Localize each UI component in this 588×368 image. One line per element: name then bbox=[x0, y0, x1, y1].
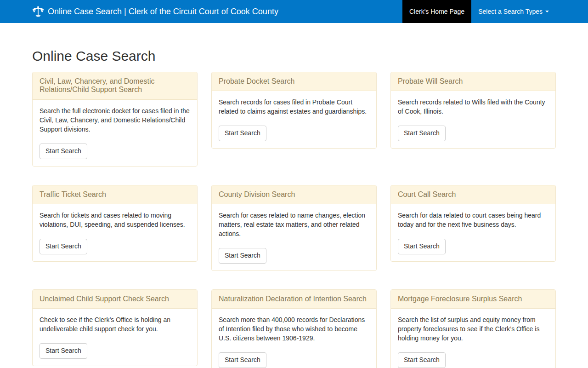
search-card: Probate Docket Search Search records for… bbox=[211, 72, 377, 149]
balance-scale-icon bbox=[32, 6, 44, 17]
card-description: Search for cases related to name changes… bbox=[219, 211, 369, 239]
search-card: County Division Search Search for cases … bbox=[211, 185, 377, 271]
search-card: Unclaimed Child Support Check Search Che… bbox=[32, 289, 198, 366]
card-title: Unclaimed Child Support Check Search bbox=[33, 290, 197, 309]
card-title: Naturalization Declaration of Intention … bbox=[212, 290, 376, 309]
start-search-button[interactable]: Start Search bbox=[398, 239, 446, 254]
card-body: Check to see if the Clerk’s Office is ho… bbox=[33, 309, 197, 366]
card-body: Search records related to Wills filed wi… bbox=[391, 91, 555, 148]
card-description: Search the full electronic docket for ca… bbox=[40, 107, 190, 134]
chevron-down-icon bbox=[545, 11, 549, 12]
search-card: Naturalization Declaration of Intention … bbox=[211, 289, 377, 368]
card-body: Search the list of surplus and equity mo… bbox=[391, 309, 555, 368]
card-description: Search the list of surplus and equity mo… bbox=[398, 316, 548, 343]
card-grid: Civil, Law, Chancery, and Domestic Relat… bbox=[32, 72, 556, 368]
card-body: Search for cases related to name changes… bbox=[212, 204, 376, 270]
start-search-button[interactable]: Start Search bbox=[219, 126, 266, 141]
nav-item-label: Clerk's Home Page bbox=[409, 8, 464, 15]
card-description: Search for tickets and cases related to … bbox=[40, 211, 190, 230]
card-title: County Division Search bbox=[212, 185, 376, 204]
search-card: Mortgage Foreclosure Surplus Search Sear… bbox=[390, 289, 556, 368]
start-search-button[interactable]: Start Search bbox=[219, 352, 266, 368]
card-description: Check to see if the Clerk’s Office is ho… bbox=[40, 316, 190, 334]
navbar-links: Clerk's Home Page Select a Search Types bbox=[402, 0, 556, 23]
card-description: Search records for cases filed in Probat… bbox=[219, 98, 369, 116]
card-title: Probate Docket Search bbox=[212, 72, 376, 91]
start-search-button[interactable]: Start Search bbox=[219, 248, 266, 264]
navbar-brand-label: Online Case Search | Clerk of the Circui… bbox=[48, 7, 278, 17]
card-description: Search records related to Wills filed wi… bbox=[398, 98, 548, 116]
navbar-brand[interactable]: Online Case Search | Clerk of the Circui… bbox=[32, 0, 278, 23]
nav-item-label: Select a Search Types bbox=[478, 8, 543, 15]
search-card: Probate Will Search Search records relat… bbox=[390, 72, 556, 149]
start-search-button[interactable]: Start Search bbox=[40, 239, 87, 254]
search-card: Court Call Search Search for data relate… bbox=[390, 185, 556, 262]
start-search-button[interactable]: Start Search bbox=[40, 343, 87, 359]
card-description: Search more than 400,000 records for Dec… bbox=[219, 316, 369, 343]
card-title: Civil, Law, Chancery, and Domestic Relat… bbox=[33, 72, 197, 100]
main-content: Online Case Search Civil, Law, Chancery,… bbox=[25, 48, 563, 368]
card-title: Probate Will Search bbox=[391, 72, 555, 91]
nav-item-select-search-types[interactable]: Select a Search Types bbox=[471, 0, 556, 23]
card-title: Mortgage Foreclosure Surplus Search bbox=[391, 290, 555, 309]
card-description: Search for data related to court cases b… bbox=[398, 211, 548, 230]
card-body: Search the full electronic docket for ca… bbox=[33, 100, 197, 166]
top-navbar: Online Case Search | Clerk of the Circui… bbox=[0, 0, 588, 23]
search-card: Civil, Law, Chancery, and Domestic Relat… bbox=[32, 72, 198, 167]
start-search-button[interactable]: Start Search bbox=[40, 144, 87, 159]
page-title: Online Case Search bbox=[32, 48, 556, 63]
start-search-button[interactable]: Start Search bbox=[398, 352, 446, 368]
card-title: Traffic Ticket Search bbox=[33, 185, 197, 204]
card-body: Search records for cases filed in Probat… bbox=[212, 91, 376, 148]
card-body: Search for tickets and cases related to … bbox=[33, 204, 197, 261]
card-body: Search more than 400,000 records for Dec… bbox=[212, 309, 376, 368]
nav-item-clerks-home-page[interactable]: Clerk's Home Page bbox=[402, 0, 471, 23]
start-search-button[interactable]: Start Search bbox=[398, 126, 446, 141]
card-title: Court Call Search bbox=[391, 185, 555, 204]
card-body: Search for data related to court cases b… bbox=[391, 204, 555, 261]
search-card: Traffic Ticket Search Search for tickets… bbox=[32, 185, 198, 262]
